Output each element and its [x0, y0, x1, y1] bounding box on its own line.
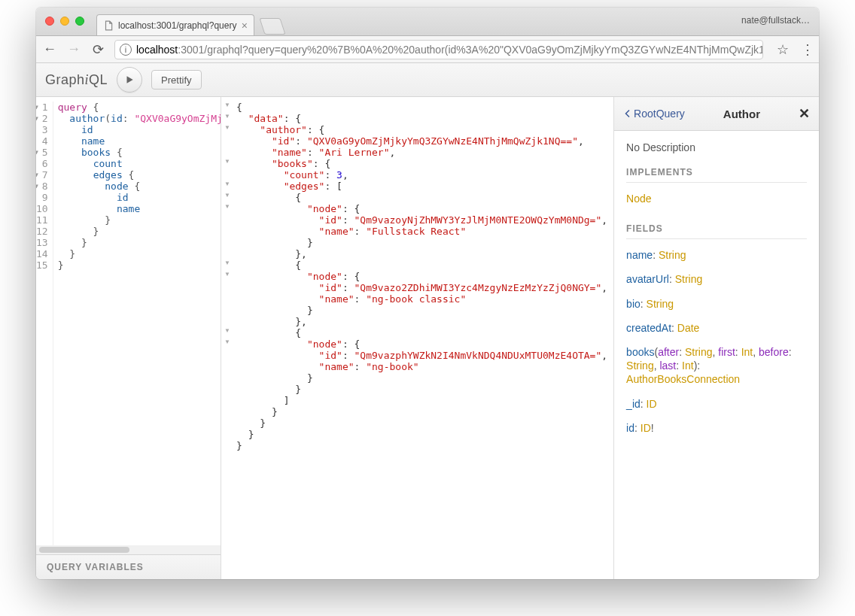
docs-implements-section: IMPLEMENTS Node: [626, 167, 807, 205]
field-name[interactable]: createdAt: [626, 322, 671, 334]
profile-name[interactable]: nate@fullstack…: [741, 15, 810, 26]
query-editor[interactable]: 1▼2▼345▼67▼8▼9101112131415 query { autho…: [36, 97, 221, 545]
type-link[interactable]: Int: [741, 346, 753, 358]
execute-button[interactable]: [117, 67, 142, 93]
type-link[interactable]: ID: [640, 422, 651, 434]
back-button[interactable]: ←: [42, 41, 57, 57]
horizontal-scrollbar[interactable]: [36, 545, 221, 554]
field-name[interactable]: id: [626, 422, 634, 434]
field-row: name: String: [626, 248, 807, 262]
field-row: _id: ID: [626, 397, 807, 411]
type-link[interactable]: String: [626, 360, 654, 372]
maximize-window-button[interactable]: [75, 17, 84, 26]
type-link[interactable]: ID: [647, 398, 657, 410]
field-row: books(after: String, first: Int, before:…: [626, 345, 807, 387]
chrome-toolbar: ← → ⟳ i localhost:3001/graphql?query=que…: [36, 36, 819, 63]
tab-title: localhost:3001/graphql?query: [118, 20, 236, 31]
graphiql-topbar: GraphiQL Prettify: [36, 63, 819, 97]
field-name[interactable]: bio: [626, 298, 640, 310]
docs-description: No Description: [626, 141, 807, 153]
field-name[interactable]: name: [626, 249, 653, 261]
chrome-tab-bar: localhost:3001/graphql?query × nate@full…: [36, 8, 819, 36]
query-variables-toggle[interactable]: QUERY VARIABLES: [36, 554, 221, 579]
line-gutter: 1▼2▼345▼67▼8▼9101112131415: [36, 102, 53, 545]
query-editor-pane: 1▼2▼345▼67▼8▼9101112131415 query { autho…: [36, 97, 221, 579]
fields-heading: FIELDS: [626, 223, 807, 239]
docs-header: RootQuery Author ✕: [614, 97, 819, 131]
type-link[interactable]: Node: [626, 193, 651, 205]
address-bar[interactable]: i localhost:3001/graphql?query=query%20%…: [114, 40, 763, 59]
field-name[interactable]: _id: [626, 398, 640, 410]
close-window-button[interactable]: [45, 17, 54, 26]
prettify-button[interactable]: Prettify: [151, 70, 201, 90]
docs-close-button[interactable]: ✕: [799, 105, 810, 122]
site-info-icon[interactable]: i: [120, 44, 132, 56]
type-link[interactable]: String: [685, 346, 713, 358]
field-name[interactable]: avatarUrl: [626, 273, 669, 285]
type-link[interactable]: String: [675, 273, 703, 285]
result-fold-gutter: ▼▼▼▼▼▼▼▼▼▼▼: [221, 97, 233, 579]
field-row: id: ID!: [626, 421, 807, 435]
field-name[interactable]: books: [626, 346, 654, 358]
browser-window: localhost:3001/graphql?query × nate@full…: [36, 8, 819, 579]
type-link[interactable]: String: [659, 249, 686, 261]
chevron-left-icon: [623, 108, 632, 119]
type-link[interactable]: AuthorBooksConnection: [626, 373, 740, 385]
graphiql-app: GraphiQL Prettify 1▼2▼345▼67▼8▼910111213…: [36, 63, 819, 579]
result-pane: ▼▼▼▼▼▼▼▼▼▼▼ { "data": { "author": { "id"…: [221, 97, 614, 579]
graphiql-body: 1▼2▼345▼67▼8▼9101112131415 query { autho…: [36, 97, 819, 579]
url-host: localhost: [136, 44, 178, 56]
field-row: createdAt: Date: [626, 321, 807, 335]
field-row: bio: String: [626, 297, 807, 311]
docs-back-button[interactable]: RootQuery: [623, 108, 685, 120]
chrome-menu-button[interactable]: ⋮: [801, 41, 813, 58]
page-icon: [103, 20, 114, 31]
minimize-window-button[interactable]: [60, 17, 69, 26]
docs-back-label: RootQuery: [634, 108, 685, 120]
type-link[interactable]: String: [647, 298, 674, 310]
scrollbar-thumb[interactable]: [39, 547, 129, 553]
type-link[interactable]: Int: [682, 360, 694, 372]
browser-tab[interactable]: localhost:3001/graphql?query ×: [96, 14, 254, 35]
reload-button[interactable]: ⟳: [90, 41, 105, 58]
implements-heading: IMPLEMENTS: [626, 167, 807, 183]
window-controls: [45, 17, 84, 26]
result-json[interactable]: { "data": { "author": { "id": "QXV0aG9yO…: [233, 97, 613, 579]
type-link[interactable]: Date: [677, 322, 700, 334]
docs-title: Author: [685, 108, 799, 120]
bookmark-button[interactable]: ☆: [777, 41, 789, 58]
docs-body: No Description IMPLEMENTS Node FIELDS na…: [614, 131, 819, 463]
tab-close-button[interactable]: ×: [242, 20, 248, 32]
graphiql-logo: GraphiQL: [45, 72, 108, 88]
url-path: :3001/graphql?query=query%20%7B%0A%20%20…: [178, 44, 763, 56]
docs-fields-section: FIELDS name: StringavatarUrl: Stringbio:…: [626, 223, 807, 435]
new-tab-button[interactable]: [259, 18, 285, 35]
docs-explorer: RootQuery Author ✕ No Description IMPLEM…: [614, 97, 819, 579]
play-icon: [124, 74, 135, 85]
query-code[interactable]: query { author(id: "QXV0aG9yOmZjMj id na…: [53, 102, 221, 545]
forward-button[interactable]: →: [66, 41, 81, 57]
field-row: avatarUrl: String: [626, 272, 807, 286]
